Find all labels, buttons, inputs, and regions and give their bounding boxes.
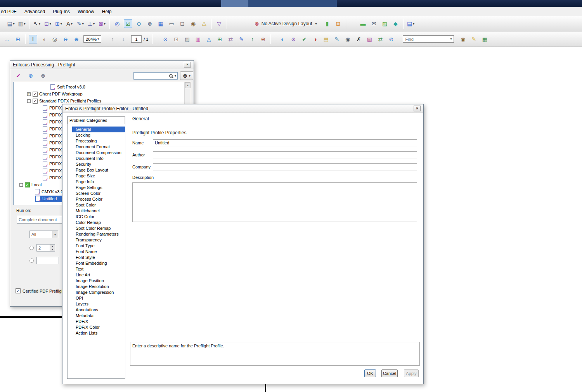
category-item-text[interactable]: Text: [68, 266, 125, 272]
capsule-icon[interactable]: ▮: [323, 19, 332, 28]
spinner-down-icon[interactable]: [50, 248, 55, 252]
category-item-line-art[interactable]: Line Art: [68, 272, 125, 278]
name-input[interactable]: [153, 139, 417, 146]
transform-tool-icon[interactable]: ⊠▾: [98, 19, 106, 28]
zoom-level-select[interactable]: 204%▾: [83, 35, 101, 43]
description-textarea[interactable]: [132, 182, 417, 222]
panels-icon[interactable]: ▦: [156, 19, 165, 28]
hand-tool-icon[interactable]: ◖: [40, 35, 48, 43]
category-item-multichannel[interactable]: Multichannel: [68, 208, 125, 214]
output-preview-icon[interactable]: ▥: [194, 35, 202, 43]
category-item-font-type[interactable]: Font Type: [68, 243, 125, 249]
action-list-icon[interactable]: ◐: [278, 35, 287, 43]
next-view-icon[interactable]: ↓: [119, 35, 128, 43]
category-item-font-embedding[interactable]: Font Embedding: [68, 260, 125, 266]
zoom-window-icon[interactable]: ◎: [113, 19, 121, 28]
category-item-image-position[interactable]: Image Position: [68, 278, 125, 284]
send-review-icon[interactable]: ↑: [248, 35, 256, 43]
category-item-screen-color[interactable]: Screen Color: [68, 191, 125, 196]
author-input[interactable]: [153, 151, 417, 158]
category-item-font-name[interactable]: Font Name: [68, 249, 125, 255]
edit-text-tool-icon[interactable]: I: [29, 35, 37, 43]
run-check-icon[interactable]: ✔: [14, 71, 23, 80]
category-item-page-info[interactable]: Page Info: [68, 179, 125, 185]
email-icon[interactable]: ✉: [370, 19, 378, 28]
zoom-in-icon[interactable]: ⊕: [72, 35, 81, 43]
menu-help[interactable]: Help: [98, 7, 116, 16]
tree-expander-icon[interactable]: -: [27, 99, 31, 103]
globe-icon[interactable]: ⊚: [26, 71, 35, 80]
select-object-tool-icon[interactable]: ↖▾: [33, 19, 41, 28]
close-icon[interactable]: ✖: [184, 62, 191, 68]
certified-pdf-icon[interactable]: ✔: [300, 35, 308, 43]
tree-expander-icon[interactable]: -: [19, 183, 23, 187]
duplicate-icon[interactable]: ▧: [365, 35, 374, 43]
camera-icon[interactable]: ◉: [343, 35, 352, 43]
ink-coverage-icon[interactable]: △: [204, 35, 213, 43]
sign-icon[interactable]: ✎: [333, 35, 341, 43]
table-grid-icon[interactable]: ▦: [480, 35, 489, 43]
category-item-process-color[interactable]: Process Color: [68, 196, 125, 202]
category-item-image-resolution[interactable]: Image Resolution: [68, 284, 125, 290]
category-item-page-size[interactable]: Page Size: [68, 173, 125, 179]
refresh-icon[interactable]: ⊙: [135, 19, 143, 28]
zoom-out-icon[interactable]: ⊖: [61, 35, 70, 43]
comment-icon[interactable]: ▬: [359, 19, 367, 28]
settings-gear-icon[interactable]: ⊛: [146, 19, 154, 28]
category-item-image-compression[interactable]: Image Compression: [68, 290, 125, 295]
preflight-toggle-icon[interactable]: ☑: [124, 19, 132, 28]
profile-search-input[interactable]: [135, 74, 169, 78]
export-pdf-icon[interactable]: ▥▾: [17, 19, 26, 28]
category-item-document-compression[interactable]: Document Compression: [68, 150, 125, 156]
page-number-input[interactable]: [131, 35, 142, 43]
category-item-transparency[interactable]: Transparency: [68, 237, 125, 243]
scroll-up-icon[interactable]: [185, 82, 191, 88]
category-item-opi[interactable]: OPI: [68, 295, 125, 301]
fit-page-icon[interactable]: ⊞: [14, 35, 22, 43]
grid-icon[interactable]: ⊞: [334, 19, 343, 28]
tree-expander-icon[interactable]: +: [27, 92, 31, 96]
menu-plug-ins[interactable]: Plug-Ins: [49, 7, 74, 16]
design-layout-select[interactable]: ⊗No Active Design Layout▾: [252, 21, 319, 26]
extract-pages-icon[interactable]: ⇄: [226, 35, 235, 43]
ok-button[interactable]: OK: [364, 369, 376, 377]
category-item-document-format[interactable]: Document Format: [68, 144, 125, 150]
filter-icon[interactable]: ▽: [215, 19, 223, 28]
swap-pages-icon[interactable]: ⇄: [376, 35, 385, 43]
close-icon[interactable]: ✖: [414, 106, 421, 111]
layers-icon[interactable]: ◆: [391, 19, 400, 28]
company-input[interactable]: [153, 163, 417, 170]
snapshot-icon[interactable]: ◉: [189, 19, 197, 28]
gear-icon[interactable]: ⊛: [39, 71, 47, 80]
category-item-security[interactable]: Security: [68, 161, 125, 167]
category-item-rendering-parameters[interactable]: Rendering Parameters: [68, 231, 125, 237]
category-item-page-box-layout[interactable]: Page Box Layout: [68, 167, 125, 173]
fill-tool-icon[interactable]: ✎▾: [76, 19, 85, 28]
ruler-icon[interactable]: ✎: [469, 35, 478, 43]
category-item-font-style[interactable]: Font Style: [68, 255, 125, 260]
text-tool-icon[interactable]: A▾: [65, 19, 74, 28]
export-doc-icon[interactable]: ⊟: [178, 19, 187, 28]
certified-preflight-checkbox[interactable]: ✓: [16, 288, 21, 293]
chevron-down-icon[interactable]: ▾: [175, 74, 176, 78]
tree-item-ghent-pdf-workgroup[interactable]: +✓Ghent PDF Workgroup: [14, 90, 184, 97]
color-picker-icon[interactable]: ◑: [311, 35, 319, 43]
rotate-view-icon[interactable]: ⊙: [161, 35, 170, 43]
cancel-button[interactable]: Cancel: [381, 369, 398, 377]
insert-pages-icon[interactable]: ⊞: [215, 35, 224, 43]
profile-editor-titlebar[interactable]: Enfocus Preflight Profile Editor - Untit…: [62, 104, 423, 113]
print-icon[interactable]: ▭: [167, 19, 176, 28]
warning-icon[interactable]: ⚠: [200, 19, 208, 28]
notes-icon[interactable]: ▤▾: [407, 19, 415, 28]
menu-window[interactable]: Window: [74, 7, 98, 16]
stamp-icon[interactable]: ⊕: [259, 35, 267, 43]
edit-page-icon[interactable]: ✎: [237, 35, 246, 43]
category-item-general[interactable]: General: [72, 127, 125, 132]
save-icon[interactable]: ▤▾: [7, 19, 15, 28]
category-item-spot-color[interactable]: Spot Color: [68, 202, 125, 208]
fit-width-icon[interactable]: ↔: [3, 35, 11, 43]
history-icon[interactable]: ⊚: [387, 35, 395, 43]
category-item-processing[interactable]: Processing: [68, 138, 125, 144]
category-item-action-lists[interactable]: Action Lists: [68, 330, 125, 336]
search-options-button[interactable]: ⊛ ▾: [180, 71, 193, 80]
